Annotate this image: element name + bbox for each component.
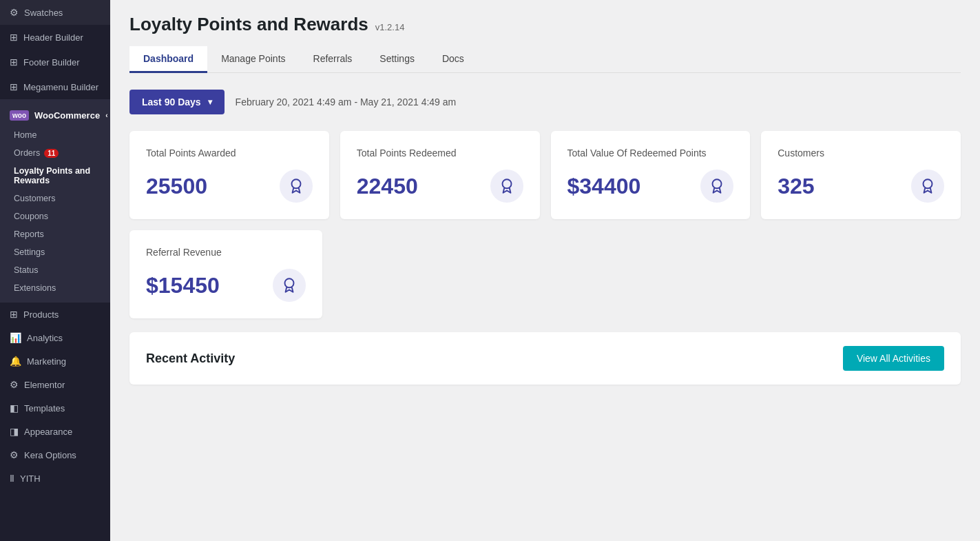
- grid-icon-3: ⊞: [10, 81, 18, 92]
- svg-point-4: [285, 278, 294, 287]
- tab-referrals[interactable]: Referrals: [300, 46, 366, 73]
- award-icon-3: [911, 170, 944, 203]
- tabs-bar: Dashboard Manage Points Referrals Settin…: [129, 46, 961, 73]
- recent-activity-title: Recent Activity: [146, 351, 235, 366]
- sidebar-item-coupons[interactable]: Coupons: [0, 207, 110, 225]
- stat-title-total-points-awarded: Total Points Awarded: [146, 147, 313, 159]
- sidebar-item-marketing[interactable]: 🔔 Marketing: [0, 349, 110, 373]
- stat-card-total-points-redeemed: Total Points Redeemed 22450: [340, 131, 540, 219]
- chevron-left-icon: ‹: [105, 112, 107, 119]
- sidebar-item-megamenu-builder[interactable]: ⊞ Megamenu Builder: [0, 74, 110, 99]
- woocommerce-header[interactable]: woo WooCommerce ‹: [0, 105, 110, 126]
- svg-point-2: [713, 179, 722, 188]
- sidebar-item-elementor[interactable]: ⚙ Elementor: [0, 373, 110, 396]
- stat-value-total-points-awarded: 25500: [146, 174, 207, 199]
- main-content: Loyalty Points and Rewards v1.2.14 Dashb…: [110, 0, 980, 541]
- sidebar: ⚙ Swatches ⊞ Header Builder ⊞ Footer Bui…: [0, 0, 110, 541]
- award-icon-2: [700, 170, 733, 203]
- svg-point-0: [291, 179, 300, 188]
- elementor-icon: ⚙: [10, 379, 19, 390]
- award-icon-referral: [273, 269, 306, 302]
- tab-dashboard[interactable]: Dashboard: [129, 46, 207, 73]
- sidebar-item-customers[interactable]: Customers: [0, 190, 110, 207]
- referral-revenue-title: Referral Revenue: [146, 247, 306, 258]
- stat-card-total-value-redeemed: Total Value Of Redeemed Points $34400: [551, 131, 751, 219]
- stat-value-customers: 325: [778, 174, 814, 199]
- stat-card-total-points-awarded: Total Points Awarded 25500: [129, 131, 329, 219]
- dashboard-content: Last 90 Days ▾ February 20, 2021 4:49 am…: [110, 73, 980, 541]
- sidebar-item-reports[interactable]: Reports: [0, 225, 110, 243]
- view-all-activities-button[interactable]: View All Activities: [843, 346, 944, 371]
- recent-activity-section: Recent Activity View All Activities: [129, 332, 961, 385]
- kera-icon: ⚙: [10, 449, 19, 460]
- chevron-down-icon: ▾: [208, 97, 212, 107]
- grid-icon: ⊞: [10, 32, 18, 43]
- tab-manage-points[interactable]: Manage Points: [207, 46, 299, 73]
- marketing-icon: 🔔: [10, 356, 21, 367]
- orders-badge: 11: [44, 149, 59, 158]
- stat-value-total-points-redeemed: 22450: [357, 174, 418, 199]
- date-range-button[interactable]: Last 90 Days ▾: [129, 90, 225, 114]
- stats-cards-row: Total Points Awarded 25500 Total Points …: [129, 131, 961, 219]
- stat-value-total-value-redeemed: $34400: [567, 174, 641, 199]
- sidebar-item-yith[interactable]: Ⅱ YITH: [0, 467, 110, 490]
- sidebar-item-swatches[interactable]: ⚙ Swatches: [0, 0, 110, 25]
- appearance-icon: ◨: [10, 426, 19, 437]
- svg-point-1: [502, 179, 511, 188]
- page-header: Loyalty Points and Rewards v1.2.14 Dashb…: [110, 0, 980, 73]
- sidebar-item-status[interactable]: Status: [0, 261, 110, 279]
- woocommerce-section: woo WooCommerce ‹ Home Orders 11 Loyalty…: [0, 99, 110, 303]
- sidebar-item-analytics[interactable]: 📊 Analytics: [0, 326, 110, 349]
- second-row: Referral Revenue $15450: [129, 230, 961, 318]
- sidebar-item-loyalty[interactable]: Loyalty Points and Rewards: [0, 162, 110, 190]
- stat-title-customers: Customers: [778, 147, 944, 159]
- award-icon-0: [280, 170, 313, 203]
- stat-card-customers: Customers 325: [761, 131, 961, 219]
- sidebar-item-products[interactable]: ⊞ Products: [0, 303, 110, 326]
- yith-icon: Ⅱ: [10, 473, 14, 484]
- stat-title-total-points-redeemed: Total Points Redeemed: [357, 147, 523, 159]
- referral-revenue-card: Referral Revenue $15450: [129, 230, 322, 318]
- sidebar-item-settings[interactable]: Settings: [0, 243, 110, 261]
- sidebar-bottom-items: ⊞ Products 📊 Analytics 🔔 Marketing ⚙ Ele…: [0, 303, 110, 490]
- page-title: Loyalty Points and Rewards: [129, 14, 368, 35]
- grid-icon-2: ⊞: [10, 57, 18, 68]
- sidebar-item-appearance[interactable]: ◨ Appearance: [0, 420, 110, 443]
- sidebar-item-home[interactable]: Home: [0, 126, 110, 144]
- sidebar-item-kera-options[interactable]: ⚙ Kera Options: [0, 443, 110, 467]
- referral-revenue-value: $15450: [146, 273, 220, 298]
- products-icon: ⊞: [10, 309, 18, 320]
- page-title-row: Loyalty Points and Rewards v1.2.14: [129, 14, 961, 35]
- filter-row: Last 90 Days ▾ February 20, 2021 4:49 am…: [129, 90, 961, 114]
- analytics-icon: 📊: [10, 332, 21, 343]
- gear-icon: ⚙: [10, 7, 19, 18]
- date-range-text: February 20, 2021 4:49 am - May 21, 2021…: [236, 96, 457, 108]
- version-badge: v1.2.14: [375, 22, 405, 32]
- tab-docs[interactable]: Docs: [428, 46, 478, 73]
- sidebar-item-extensions[interactable]: Extensions: [0, 279, 110, 297]
- award-icon-1: [490, 170, 523, 203]
- templates-icon: ◧: [10, 402, 19, 414]
- sidebar-item-templates[interactable]: ◧ Templates: [0, 396, 110, 420]
- sidebar-top-items: ⚙ Swatches ⊞ Header Builder ⊞ Footer Bui…: [0, 0, 110, 99]
- recent-activity-header: Recent Activity View All Activities: [146, 346, 944, 371]
- sidebar-item-orders[interactable]: Orders 11: [0, 144, 110, 162]
- woo-logo: woo: [10, 110, 29, 121]
- sidebar-item-footer-builder[interactable]: ⊞ Footer Builder: [0, 50, 110, 74]
- stat-title-total-value-redeemed: Total Value Of Redeemed Points: [567, 147, 734, 159]
- svg-point-3: [924, 179, 932, 188]
- tab-settings[interactable]: Settings: [366, 46, 428, 73]
- sidebar-item-header-builder[interactable]: ⊞ Header Builder: [0, 25, 110, 50]
